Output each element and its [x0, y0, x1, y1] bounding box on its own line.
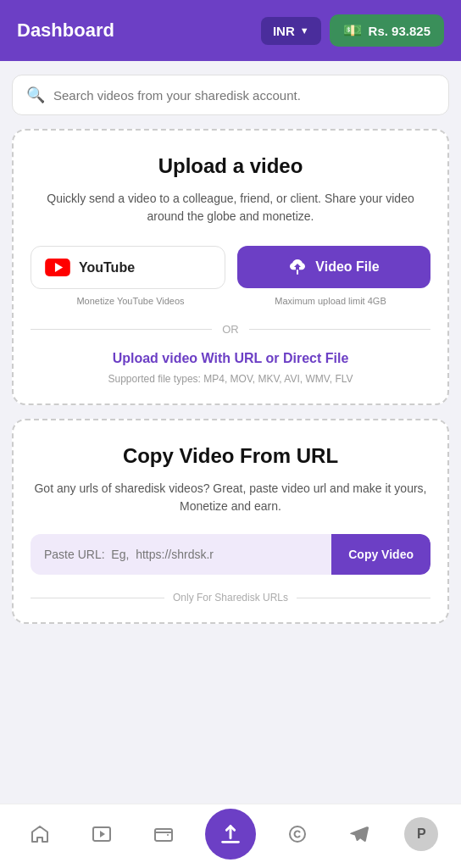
copy-card-subtitle: Got any urls of sharedisk videos? Great,…: [31, 480, 430, 515]
upload-icon: [219, 822, 242, 846]
copy-video-button[interactable]: Copy Video: [331, 534, 430, 575]
profile-initial: P: [417, 826, 426, 842]
nav-telegram[interactable]: [339, 814, 380, 854]
youtube-sublabel: Monetize YouTube Videos: [31, 296, 230, 306]
or-divider: OR: [31, 323, 430, 336]
copy-card-title: Copy Video From URL: [31, 444, 430, 468]
notice-line-left: [31, 598, 164, 598]
upload-labels: Monetize YouTube Videos Maximum upload l…: [31, 296, 430, 306]
balance-display: 💵 Rs. 93.825: [330, 14, 444, 47]
video-file-sublabel: Maximum upload limit 4GB: [230, 296, 430, 306]
url-input-row: Copy Video: [31, 534, 430, 575]
header: Dashboard INR ▼ 💵 Rs. 93.825: [0, 0, 461, 61]
search-icon: 🔍: [26, 86, 45, 104]
video-file-button[interactable]: Video File: [237, 246, 430, 288]
video-library-icon: [92, 824, 112, 844]
svg-point-6: [290, 826, 305, 842]
nav-wallet[interactable]: [143, 814, 184, 854]
or-text: OR: [222, 323, 239, 336]
svg-marker-4: [100, 831, 105, 837]
wallet-icon: [153, 824, 174, 844]
nav-video-library[interactable]: [81, 814, 122, 854]
nav-profile[interactable]: P: [401, 814, 442, 854]
or-line-left: [31, 329, 212, 330]
youtube-button-label: YouTube: [79, 260, 135, 275]
upload-buttons: YouTube Video File: [31, 246, 430, 289]
url-upload-title: Upload video With URL or Direct File: [31, 351, 430, 366]
currency-label: INR: [273, 24, 295, 38]
search-input[interactable]: [53, 88, 435, 103]
money-icon: 💵: [343, 21, 362, 40]
nav-upload[interactable]: [205, 809, 256, 860]
upload-card-subtitle: Quickly send a video to a colleague, fri…: [31, 190, 430, 225]
svg-rect-5: [155, 829, 172, 841]
upload-card-title: Upload a video: [31, 154, 430, 178]
currency-selector[interactable]: INR ▼: [261, 17, 321, 45]
copy-url-card: Copy Video From URL Got any urls of shar…: [12, 419, 449, 624]
balance-amount: Rs. 93.825: [369, 24, 430, 38]
bottom-nav: P: [0, 804, 461, 868]
profile-avatar: P: [404, 817, 438, 851]
nav-home[interactable]: [19, 814, 60, 854]
header-balance: INR ▼ 💵 Rs. 93.825: [261, 14, 444, 47]
telegram-icon: [349, 824, 369, 844]
copyright-icon: [287, 824, 308, 844]
chevron-down-icon: ▼: [300, 25, 309, 36]
header-title: Dashboard: [17, 19, 114, 42]
search-bar: 🔍: [12, 75, 449, 115]
youtube-button[interactable]: YouTube: [31, 246, 225, 289]
nav-copyright[interactable]: [277, 814, 318, 854]
notice-line-right: [297, 598, 430, 598]
youtube-icon: [45, 259, 70, 276]
upload-cloud-icon: [288, 258, 307, 276]
sharedisk-notice: Only For Sharedisk URLs: [31, 592, 430, 604]
url-input[interactable]: [31, 534, 331, 575]
or-line-right: [249, 329, 430, 330]
home-icon: [30, 824, 50, 844]
upload-card: Upload a video Quickly send a video to a…: [12, 129, 449, 405]
notice-text: Only For Sharedisk URLs: [173, 592, 288, 604]
svg-rect-2: [297, 270, 298, 275]
supported-types: Supported file types: MP4, MOV, MKV, AVI…: [31, 373, 430, 385]
video-file-button-label: Video File: [315, 259, 379, 275]
